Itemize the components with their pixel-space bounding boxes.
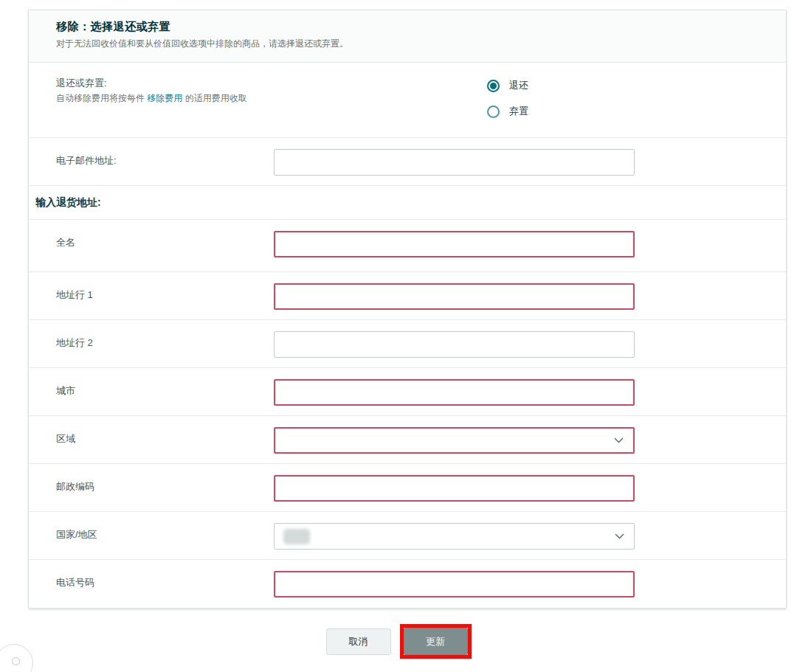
- address-line-2-row: 地址行 2: [29, 320, 786, 368]
- return-or-dispose-label-block: 退还或弃置: 自动移除费用将按每件 移除费用 的适用费用收取: [56, 77, 381, 105]
- page-subtitle: 对于无法回收价值和要从价值回收选项中排除的商品，请选择退还或弃置。: [56, 38, 771, 50]
- full-name-row: 全名: [29, 220, 786, 272]
- address-line-1-input[interactable]: [274, 283, 635, 310]
- radio-return-label: 退还: [509, 79, 528, 92]
- radio-return[interactable]: 退还: [487, 79, 528, 92]
- postal-code-label: 邮政编码: [56, 475, 274, 493]
- radio-dispose[interactable]: 弃置: [487, 105, 528, 118]
- country-select[interactable]: [274, 523, 635, 550]
- help-text-suffix: 的适用费用收取: [182, 93, 246, 103]
- return-or-dispose-label: 退还或弃置:: [56, 77, 381, 90]
- update-button[interactable]: 更新: [404, 628, 468, 655]
- chevron-down-icon: [615, 533, 624, 539]
- address-section-header: 输入退货地址:: [29, 186, 786, 220]
- removal-fee-help-text: 自动移除费用将按每件 移除费用 的适用费用收取: [56, 92, 381, 105]
- postal-code-input[interactable]: [274, 475, 635, 502]
- country-label: 国家/地区: [56, 523, 274, 541]
- removal-fee-link[interactable]: 移除费用: [147, 93, 182, 103]
- city-input[interactable]: [274, 379, 635, 406]
- address-line-2-input[interactable]: [274, 331, 635, 358]
- region-row: 区域: [29, 416, 786, 464]
- full-name-input[interactable]: [274, 231, 635, 257]
- feedback-widget-dot-icon: [12, 657, 20, 665]
- email-row: 电子邮件地址:: [29, 138, 786, 186]
- address-line-1-row: 地址行 1: [29, 272, 786, 320]
- postal-code-row: 邮政编码: [29, 464, 786, 512]
- full-name-label: 全名: [56, 231, 274, 249]
- annotation-highlight-box: 更新: [400, 624, 472, 659]
- card-header: 移除：选择退还或弃置 对于无法回收价值和要从价值回收选项中排除的商品，请选择退还…: [29, 10, 786, 63]
- country-row: 国家/地区: [29, 512, 786, 560]
- phone-row: 电话号码: [29, 560, 786, 608]
- cancel-button[interactable]: 取消: [326, 628, 391, 655]
- redacted-country-value: [283, 529, 310, 544]
- return-dispose-radio-group: 退还 弃置: [487, 77, 528, 118]
- address-line-2-label: 地址行 2: [56, 331, 274, 350]
- region-label: 区域: [56, 427, 274, 446]
- city-row: 城市: [29, 368, 786, 416]
- phone-input[interactable]: [274, 571, 635, 597]
- address-section-title: 输入退货地址:: [35, 196, 101, 209]
- chevron-down-icon: [614, 437, 624, 443]
- action-bar: 取消 更新: [0, 624, 797, 659]
- help-text-prefix: 自动移除费用将按每件: [56, 93, 147, 103]
- address-line-1-label: 地址行 1: [56, 283, 274, 302]
- email-label: 电子邮件地址:: [56, 149, 274, 167]
- radio-unselected-icon: [487, 105, 500, 118]
- radio-dispose-label: 弃置: [509, 105, 528, 118]
- phone-label: 电话号码: [56, 571, 274, 589]
- page-title: 移除：选择退还或弃置: [56, 20, 771, 34]
- return-or-dispose-row: 退还或弃置: 自动移除费用将按每件 移除费用 的适用费用收取 退还 弃置: [29, 63, 786, 138]
- city-label: 城市: [56, 379, 274, 398]
- removal-settings-card: 移除：选择退还或弃置 对于无法回收价值和要从价值回收选项中排除的商品，请选择退还…: [28, 10, 787, 609]
- email-input[interactable]: [274, 149, 635, 176]
- radio-selected-icon: [487, 80, 500, 92]
- region-select[interactable]: [274, 427, 635, 454]
